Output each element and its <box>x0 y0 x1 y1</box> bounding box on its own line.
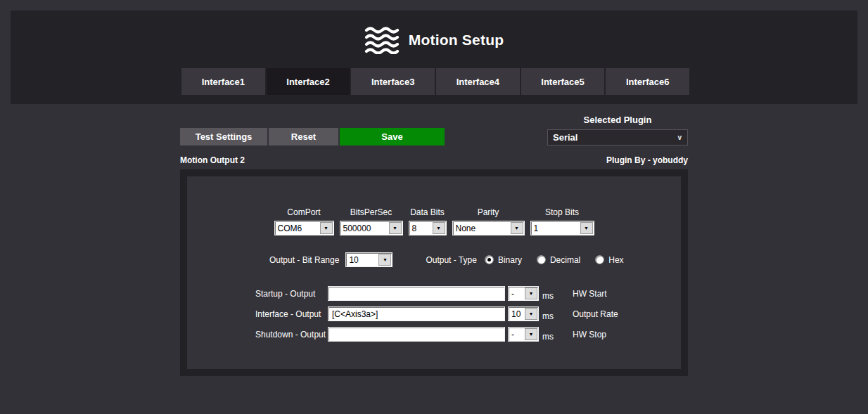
tab-interface5[interactable]: Interface5 <box>521 68 605 95</box>
interface-unit-label: ms <box>542 311 554 321</box>
startup-rate-select[interactable]: - ▼ <box>508 286 539 301</box>
parity-value: None <box>456 224 476 233</box>
plugin-by-label: Plugin By - yobuddy <box>606 155 688 165</box>
tab-interface3[interactable]: Interface3 <box>351 68 435 95</box>
output-rows: Startup - Output - ▼ ms HW Start Interfa… <box>187 286 681 342</box>
title-row: Motion Setup <box>11 11 857 54</box>
bit-range-label: Output - Bit Range <box>269 255 339 265</box>
radio-decimal[interactable]: Decimal <box>537 255 580 265</box>
interface-tab-bar: Interface1 Interface2 Interface3 Interfa… <box>181 68 689 95</box>
toolbar-row: Test Settings Reset Save Selected Plugin… <box>180 115 688 145</box>
stopbits-value: 1 <box>534 224 539 233</box>
output-rate-value: 10 <box>511 309 521 319</box>
stopbits-select[interactable]: 1 ▼ <box>530 221 594 235</box>
shutdown-rate-select[interactable]: - ▼ <box>508 327 539 342</box>
output-type-radio-group: Binary Decimal Hex <box>485 255 624 265</box>
shutdown-output-label: Shutdown - Output <box>255 330 328 339</box>
startup-unit-label: ms <box>542 291 554 301</box>
dropdown-arrow-icon[interactable]: ▼ <box>320 222 333 234</box>
dropdown-arrow-icon[interactable]: ▼ <box>580 222 593 234</box>
databits-value: 8 <box>412 224 417 233</box>
meta-row: Motion Output 2 Plugin By - yobuddy <box>180 155 688 165</box>
radio-binary-label: Binary <box>498 255 522 265</box>
hw-start-label: HW Start <box>573 289 607 299</box>
dropdown-arrow-icon[interactable]: ▼ <box>511 222 523 234</box>
action-buttons: Test Settings Reset Save <box>180 128 445 145</box>
comport-label: ComPort <box>274 207 334 217</box>
page-title: Motion Setup <box>409 32 504 48</box>
hw-stop-label: HW Stop <box>573 330 606 339</box>
tab-interface1[interactable]: Interface1 <box>181 68 265 95</box>
serial-settings-row: ComPort COM6 ▼ BitsPerSec 500000 ▼ Data … <box>187 176 681 235</box>
startup-rate-value: - <box>511 289 514 299</box>
interface-output-label: Interface - Output <box>255 309 328 319</box>
radio-binary[interactable]: Binary <box>485 255 522 265</box>
bit-range-value: 10 <box>349 255 358 265</box>
radio-hex[interactable]: Hex <box>595 255 623 265</box>
content-column: Test Settings Reset Save Selected Plugin… <box>180 115 688 376</box>
waves-icon <box>364 26 400 54</box>
save-button[interactable]: Save <box>340 128 445 145</box>
comport-value: COM6 <box>278 224 302 233</box>
shutdown-rate-value: - <box>511 330 514 339</box>
radio-hex-icon[interactable] <box>595 255 604 264</box>
plugin-select[interactable]: Serial v <box>547 129 688 145</box>
output-rate-select[interactable]: 10 ▼ <box>508 306 539 321</box>
plugin-select-value: Serial <box>553 132 577 143</box>
dropdown-arrow-icon[interactable]: ▼ <box>433 222 445 234</box>
motion-output-title: Motion Output 2 <box>180 155 245 165</box>
chevron-down-icon: v <box>677 134 682 141</box>
tab-interface6[interactable]: Interface6 <box>606 68 689 95</box>
parity-label: Parity <box>452 207 525 217</box>
parity-select[interactable]: None ▼ <box>452 221 525 235</box>
bit-range-select[interactable]: 10 ▼ <box>345 252 392 267</box>
output-config-row: Output - Bit Range 10 ▼ Output - Type Bi… <box>187 252 681 267</box>
interface-output-input[interactable] <box>328 306 505 321</box>
output-rate-label: Output Rate <box>573 309 618 319</box>
selected-plugin-label: Selected Plugin <box>547 115 688 125</box>
interface-output-row: Interface - Output 10 ▼ ms Output Rate <box>187 306 681 321</box>
output-type-label: Output - Type <box>426 255 477 265</box>
shutdown-unit-label: ms <box>542 332 554 342</box>
tab-interface4[interactable]: Interface4 <box>436 68 520 95</box>
startup-output-input[interactable] <box>328 286 505 301</box>
comport-select[interactable]: COM6 ▼ <box>274 221 334 235</box>
header-band: Motion Setup Interface1 Interface2 Inter… <box>11 11 857 104</box>
dropdown-arrow-icon[interactable]: ▼ <box>525 287 537 299</box>
startup-output-label: Startup - Output <box>255 289 328 299</box>
dropdown-arrow-icon[interactable]: ▼ <box>525 328 537 340</box>
selected-plugin-block: Selected Plugin Serial v <box>547 115 688 145</box>
radio-binary-icon[interactable] <box>485 255 494 264</box>
bitspersec-value: 500000 <box>343 224 371 233</box>
settings-panel: ComPort COM6 ▼ BitsPerSec 500000 ▼ Data … <box>187 176 681 369</box>
radio-hex-label: Hex <box>608 255 623 265</box>
databits-select[interactable]: 8 ▼ <box>409 221 447 235</box>
dropdown-arrow-icon[interactable]: ▼ <box>378 254 391 266</box>
startup-output-row: Startup - Output - ▼ ms HW Start <box>187 286 681 301</box>
stopbits-field: Stop Bits 1 ▼ <box>530 207 594 235</box>
shutdown-output-input[interactable] <box>328 327 505 342</box>
databits-field: Data Bits 8 ▼ <box>409 207 447 235</box>
bitspersec-select[interactable]: 500000 ▼ <box>340 221 403 235</box>
radio-decimal-label: Decimal <box>550 255 580 265</box>
test-settings-button[interactable]: Test Settings <box>180 128 267 145</box>
settings-panel-frame: ComPort COM6 ▼ BitsPerSec 500000 ▼ Data … <box>180 169 688 376</box>
comport-field: ComPort COM6 ▼ <box>274 207 334 235</box>
parity-field: Parity None ▼ <box>452 207 525 235</box>
bitspersec-field: BitsPerSec 500000 ▼ <box>340 207 403 235</box>
databits-label: Data Bits <box>409 207 447 217</box>
reset-button[interactable]: Reset <box>269 128 338 145</box>
stopbits-label: Stop Bits <box>530 207 594 217</box>
shutdown-output-row: Shutdown - Output - ▼ ms HW Stop <box>187 327 681 342</box>
bitspersec-label: BitsPerSec <box>340 207 403 217</box>
tab-interface2[interactable]: Interface2 <box>267 68 350 95</box>
radio-decimal-icon[interactable] <box>537 255 546 264</box>
dropdown-arrow-icon[interactable]: ▼ <box>525 308 537 320</box>
dropdown-arrow-icon[interactable]: ▼ <box>389 222 402 234</box>
